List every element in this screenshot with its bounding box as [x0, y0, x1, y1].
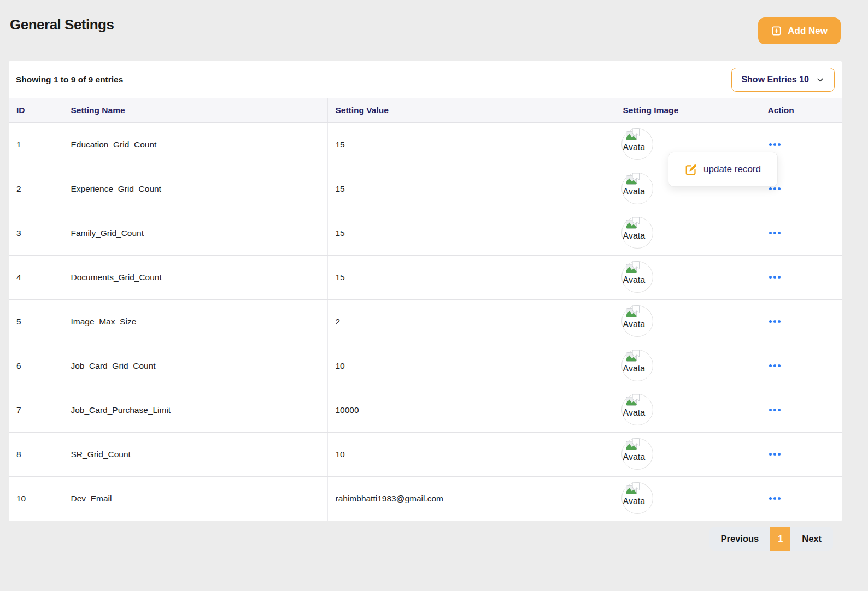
broken-image-placeholder: Avata	[623, 263, 652, 292]
cell-setting-name: Job_Card_Purchase_Limit	[63, 388, 327, 432]
cell-setting-value: 2	[327, 299, 615, 344]
cell-id: 2	[9, 167, 63, 211]
row-actions-button ellipsis-icon[interactable]	[768, 317, 782, 326]
broken-image-icon	[625, 350, 642, 364]
cell-action	[760, 432, 842, 476]
broken-image-icon	[625, 482, 642, 497]
cell-id: 7	[9, 388, 63, 432]
cell-setting-value: 10	[327, 432, 615, 476]
cell-action	[760, 344, 842, 388]
column-header-setting-value: Setting Value	[327, 98, 615, 122]
cell-setting-name: Job_Card_Grid_Count	[63, 344, 327, 388]
broken-image-placeholder: Avata	[623, 484, 652, 513]
broken-image-icon	[625, 173, 642, 187]
cell-setting-value: 10000	[327, 388, 615, 432]
broken-image-icon	[625, 394, 642, 409]
table-header-row: ID Setting Name Setting Value Setting Im…	[9, 98, 842, 122]
image-alt-text: Avata	[623, 408, 646, 417]
column-header-action: Action	[760, 98, 842, 122]
show-entries-dropdown[interactable]: Show Entries 10	[731, 68, 835, 92]
card-toolbar: Showing 1 to 9 of 9 entries Show Entries…	[9, 61, 842, 98]
broken-image-placeholder: Avata	[623, 396, 652, 424]
cell-setting-image: Avata	[615, 432, 760, 476]
cell-setting-image: Avata	[615, 476, 760, 521]
chevron-down-icon	[816, 75, 825, 85]
image-alt-text: Avata	[623, 364, 646, 373]
broken-image-placeholder: Avata	[623, 440, 652, 469]
cell-id: 6	[9, 344, 63, 388]
general-settings-page: General Setings Add New Showing 1 to 9 o…	[0, 0, 868, 591]
cell-setting-value: rahimbhatti1983@gmail.com	[327, 476, 615, 521]
image-alt-text: Avata	[623, 143, 646, 152]
cell-setting-name: Experience_Grid_Count	[63, 167, 327, 211]
cell-setting-name: Education_Grid_Count	[63, 122, 327, 167]
cell-setting-name: SR_Grid_Count	[63, 432, 327, 476]
table-row: 6 Job_Card_Grid_Count 10 Avata	[9, 344, 842, 388]
cell-id: 10	[9, 476, 63, 521]
cell-setting-image: Avata	[615, 255, 760, 299]
cell-setting-name: Image_Max_Size	[63, 299, 327, 344]
image-alt-text: Avata	[623, 320, 646, 329]
broken-image-icon	[625, 217, 642, 232]
cell-setting-value: 15	[327, 211, 615, 255]
cell-id: 4	[9, 255, 63, 299]
cell-action	[760, 211, 842, 255]
table-row: 4 Documents_Grid_Count 15 Avata	[9, 255, 842, 299]
image-alt-text: Avata	[623, 452, 646, 462]
cell-setting-image: Avata	[615, 344, 760, 388]
image-alt-text: Avata	[623, 231, 646, 240]
cell-setting-value: 15	[327, 122, 615, 167]
settings-card: Showing 1 to 9 of 9 entries Show Entries…	[9, 61, 842, 521]
table-row: 3 Family_Grid_Count 15 Avata	[9, 211, 842, 255]
row-actions-button ellipsis-icon[interactable]	[768, 494, 782, 503]
broken-image-icon	[625, 261, 642, 276]
column-header-setting-image: Setting Image	[615, 98, 760, 122]
table-row: 5 Image_Max_Size 2 Avata	[9, 299, 842, 344]
previous-page-button[interactable]: Previous	[709, 527, 771, 551]
show-entries-label: Show Entries 10	[741, 75, 809, 85]
table-row: 8 SR_Grid_Count 10 Avata	[9, 432, 842, 476]
cell-setting-image: Avata	[615, 388, 760, 432]
cell-action	[760, 476, 842, 521]
update-record-popup[interactable]: update record	[668, 152, 778, 187]
showing-entries-text: Showing 1 to 9 of 9 entries	[16, 75, 123, 85]
image-alt-text: Avata	[623, 497, 646, 506]
cell-id: 3	[9, 211, 63, 255]
row-actions-button ellipsis-icon[interactable]	[768, 406, 782, 414]
cell-action	[760, 255, 842, 299]
broken-image-icon	[625, 438, 642, 453]
cell-setting-value: 15	[327, 255, 615, 299]
broken-image-placeholder: Avata	[623, 352, 652, 380]
cell-id: 8	[9, 432, 63, 476]
cell-action	[760, 388, 842, 432]
broken-image-icon	[625, 305, 642, 320]
broken-image-placeholder: Avata	[623, 175, 652, 203]
row-actions-button ellipsis-icon[interactable]	[768, 273, 782, 281]
next-page-button[interactable]: Next	[790, 527, 833, 551]
add-new-button[interactable]: Add New	[758, 17, 841, 44]
row-actions-button ellipsis-icon[interactable]	[768, 229, 782, 237]
row-actions-button ellipsis-icon[interactable]	[768, 140, 782, 149]
row-actions-button ellipsis-icon[interactable]	[768, 450, 782, 458]
add-new-label: Add New	[788, 26, 828, 37]
column-header-setting-name: Setting Name	[63, 98, 327, 122]
table-row: 10 Dev_Email rahimbhatti1983@gmail.com A…	[9, 476, 842, 521]
image-alt-text: Avata	[623, 275, 646, 285]
cell-setting-value: 10	[327, 344, 615, 388]
broken-image-placeholder: Avata	[623, 308, 652, 336]
cell-setting-image: Avata	[615, 211, 760, 255]
cell-setting-value: 15	[327, 167, 615, 211]
cell-action	[760, 299, 842, 344]
image-alt-text: Avata	[623, 187, 646, 196]
broken-image-icon	[625, 128, 642, 143]
column-header-id: ID	[9, 98, 63, 122]
pagination: Previous 1 Next	[709, 527, 833, 551]
cell-id: 5	[9, 299, 63, 344]
page-title: General Setings	[10, 16, 114, 33]
cell-setting-name: Dev_Email	[63, 476, 327, 521]
table-row: 7 Job_Card_Purchase_Limit 10000 Avata	[9, 388, 842, 432]
current-page-button[interactable]: 1	[770, 527, 790, 551]
broken-image-placeholder: Avata	[623, 219, 652, 247]
row-actions-button ellipsis-icon[interactable]	[768, 362, 782, 370]
cell-id: 1	[9, 122, 63, 167]
